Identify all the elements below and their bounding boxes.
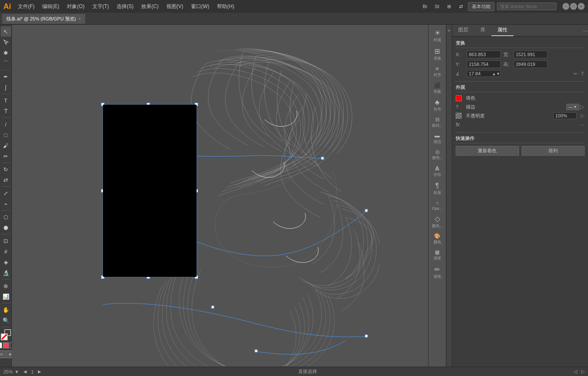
direct-selection-tool-btn[interactable] — [1, 37, 11, 47]
swatches-icon: ⬛ — [434, 82, 441, 88]
menu-file[interactable]: 文件(F) — [15, 2, 37, 11]
zoom-tool-btn[interactable]: 🔍 — [1, 315, 11, 325]
eyedropper-tool-btn[interactable]: 🔬 — [1, 268, 11, 278]
bridge-icon[interactable]: Br — [420, 2, 430, 11]
rotate-tool-btn[interactable]: ↻ — [1, 164, 11, 174]
stroke-more-icon[interactable]: ▷ — [580, 103, 585, 110]
minimize-button[interactable]: – — [562, 3, 569, 10]
align-panel[interactable]: ≡ 对齐 — [429, 64, 445, 80]
fx-more-icon[interactable]: ··· — [579, 121, 585, 128]
gradient-mode-btn[interactable] — [3, 342, 9, 348]
character-panel[interactable]: A 字符 — [429, 163, 445, 179]
pathfinder-panel[interactable]: ⊟ 路径... — [429, 115, 445, 130]
color-guide-panel[interactable]: ◇ 颜色... — [429, 213, 445, 231]
opacity-label: 不透明度 — [466, 113, 485, 119]
workspace-button[interactable]: 基本功能 — [468, 2, 494, 11]
menu-edit[interactable]: 编辑(E) — [40, 2, 62, 11]
x-input[interactable] — [467, 51, 501, 58]
angle-input[interactable] — [469, 71, 490, 76]
fx-row: fx ··· — [456, 121, 585, 128]
nav-prev-btn[interactable]: ◀ — [23, 369, 27, 374]
menu-object[interactable]: 对象(O) — [64, 2, 87, 11]
panel-collapse-toggle[interactable]: » — [446, 25, 452, 376]
angle-stepper[interactable]: ▲▼ — [492, 71, 500, 76]
type-tool-btn[interactable]: T — [1, 95, 11, 105]
nav-next-btn[interactable]: ▶ — [38, 369, 41, 374]
zoom-dropdown-icon[interactable]: ▼ — [14, 369, 19, 374]
mesh-tool-btn[interactable]: # — [1, 246, 11, 256]
appearance-panel[interactable]: ☀ 外观 — [429, 27, 445, 45]
fill-color-swatch[interactable] — [456, 95, 462, 101]
library-tab[interactable]: 库 — [474, 25, 491, 36]
menu-view[interactable]: 视图(V) — [164, 2, 186, 11]
opentype-panel[interactable]: ○ Ope... — [429, 198, 445, 212]
brush-panel[interactable]: ✏ 画笔 — [429, 264, 445, 281]
y-input[interactable] — [467, 60, 501, 68]
rectangle-tool-btn[interactable]: □ — [1, 130, 11, 140]
curvature-tool-btn[interactable]: ∫ — [1, 82, 11, 92]
symbols-icon: ♣ — [435, 99, 440, 106]
pen-tool-btn[interactable]: ✒ — [1, 71, 11, 82]
transform-panel[interactable]: ⊞ 变换 — [429, 46, 445, 63]
perspective-tool-btn[interactable]: ⊡ — [1, 236, 11, 246]
close-button[interactable]: × — [578, 3, 585, 10]
menu-window[interactable]: 窗口(W) — [188, 2, 212, 11]
w-input[interactable] — [514, 51, 548, 58]
flip-h-icon[interactable]: ⇐ — [574, 71, 578, 77]
angle-input-group[interactable]: ▲▼ — [467, 70, 501, 77]
panel-more-btn[interactable]: ··· — [583, 27, 588, 34]
stock-search[interactable] — [497, 3, 557, 10]
selection-tool-btn[interactable]: ↖ — [1, 26, 11, 37]
swatches-panel[interactable]: ⬛ 色板 — [429, 80, 445, 96]
swatches-label: 色板 — [434, 89, 441, 94]
grid-icon[interactable]: ⊞ — [444, 2, 454, 11]
lasso-tool-btn[interactable]: ⌒ — [1, 58, 11, 68]
status-nav-arrow-left[interactable]: ◁ — [574, 369, 577, 374]
fill-stroke-swatches[interactable] — [1, 329, 11, 340]
type-touch-tool-btn[interactable]: T̈ — [1, 106, 11, 116]
color-panel[interactable]: 🎨 颜色 — [429, 231, 445, 247]
opacity-more-icon[interactable]: ▷ — [581, 113, 585, 119]
transparency-panel[interactable]: ◎ 透明... — [429, 147, 445, 162]
stroke-controls: —▼ ▷ — [566, 103, 585, 110]
document-tab[interactable]: 线条.ai* @ 25% (RGB/GPU 预览) × — [2, 14, 86, 24]
stock-icon[interactable]: St — [432, 2, 442, 11]
menu-help[interactable]: 帮助(H) — [214, 2, 237, 11]
menu-select[interactable]: 选择(S) — [114, 2, 136, 11]
menu-text[interactable]: 文字(T) — [90, 2, 111, 11]
h-input[interactable] — [514, 60, 548, 68]
width-tool-btn[interactable]: ⤢ — [1, 188, 11, 198]
stroke-panel[interactable]: ▬ 描边 — [429, 131, 445, 146]
stroke-type-dropdown[interactable]: —▼ — [566, 104, 579, 110]
warp-tool-btn[interactable]: ⌁ — [1, 199, 11, 209]
close-tab-icon[interactable]: × — [78, 17, 81, 21]
live-paint-tool-btn[interactable]: ⬢ — [1, 222, 11, 233]
magic-wand-tool-btn[interactable]: ✱ — [1, 48, 11, 58]
blend-tool-btn[interactable]: ⊗ — [1, 281, 11, 291]
paintbrush-tool-btn[interactable]: 🖌 — [1, 140, 11, 151]
bar-graph-tool-btn[interactable]: 📊 — [1, 291, 11, 302]
maximize-button[interactable]: □ — [570, 3, 577, 10]
symbols-panel[interactable]: ♣ 符号 — [429, 97, 445, 114]
layers-tab[interactable]: 图层 — [452, 25, 474, 36]
transform-section: 变换 X: 宽: Y: 高: — [456, 40, 585, 77]
recolor-button[interactable]: 重新着色 — [456, 146, 519, 156]
shape-builder-tool-btn[interactable]: ⬡ — [1, 212, 11, 222]
arrange-button[interactable]: 排列 — [522, 146, 585, 156]
gradient-panel[interactable]: ▦ 渐变 — [429, 248, 445, 263]
properties-tab[interactable]: 属性 — [491, 25, 514, 36]
arrange-icon[interactable]: ⇄ — [456, 2, 465, 11]
status-nav-arrow-right[interactable]: ▷ — [581, 369, 585, 374]
draw-inside-btn[interactable]: ⊙ — [0, 350, 6, 358]
canvas-area[interactable] — [12, 25, 428, 376]
pencil-tool-btn[interactable]: ✏ — [1, 151, 11, 161]
gradient-tool-btn[interactable]: ◈ — [1, 257, 11, 267]
menu-effect[interactable]: 效果(C) — [139, 2, 161, 11]
normal-mode-btn[interactable] — [0, 342, 2, 348]
flip-v-icon[interactable]: ⇑ — [580, 71, 585, 77]
hand-tool-btn[interactable]: ✋ — [1, 305, 11, 315]
opacity-input-group[interactable]: 100% — [553, 112, 577, 119]
paragraph-panel[interactable]: ¶ 段落 — [429, 180, 445, 197]
reflect-tool-btn[interactable]: ⇄ — [1, 175, 11, 185]
line-tool-btn[interactable]: / — [1, 119, 11, 129]
